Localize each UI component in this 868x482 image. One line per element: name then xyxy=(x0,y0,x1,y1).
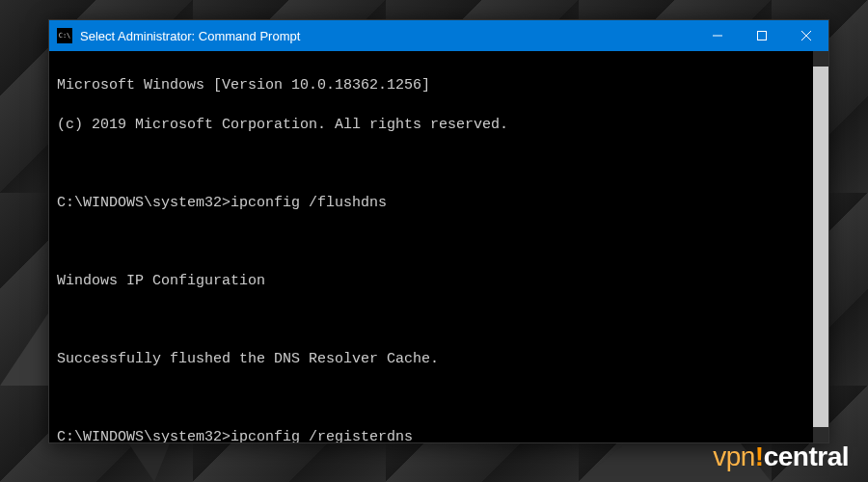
terminal-line: Successfully flushed the DNS Resolver Ca… xyxy=(57,350,805,369)
command-text: ipconfig /flushdns xyxy=(231,195,387,211)
watermark-logo: vpn!central xyxy=(713,442,849,472)
scrollbar[interactable] xyxy=(813,51,828,442)
svg-rect-1 xyxy=(758,32,767,40)
scrollbar-track[interactable] xyxy=(813,67,828,427)
prompt: C:\WINDOWS\system32> xyxy=(57,195,231,211)
maximize-icon xyxy=(757,31,767,40)
command-text: ipconfig /registerdns xyxy=(231,429,413,442)
terminal-line: Windows IP Configuration xyxy=(57,272,805,291)
cmd-icon xyxy=(57,28,72,43)
terminal-line: C:\WINDOWS\system32>ipconfig /registerdn… xyxy=(57,428,805,442)
titlebar[interactable]: Select Administrator: Command Prompt xyxy=(49,20,828,51)
prompt: C:\WINDOWS\system32> xyxy=(57,429,231,442)
terminal-line: (c) 2019 Microsoft Corporation. All righ… xyxy=(57,116,805,135)
terminal-blank xyxy=(57,232,805,252)
terminal-content[interactable]: Microsoft Windows [Version 10.0.18362.12… xyxy=(49,51,813,442)
window-controls xyxy=(695,20,828,51)
close-button[interactable] xyxy=(784,20,828,51)
terminal-body: Microsoft Windows [Version 10.0.18362.12… xyxy=(49,51,828,442)
terminal-blank xyxy=(57,388,805,408)
terminal-blank xyxy=(57,310,805,330)
watermark-part: ! xyxy=(755,442,764,472)
watermark-part: vpn xyxy=(713,442,755,472)
terminal-line: Microsoft Windows [Version 10.0.18362.12… xyxy=(57,76,805,95)
scrollbar-thumb[interactable] xyxy=(813,67,828,427)
minimize-icon xyxy=(713,31,722,40)
maximize-button[interactable] xyxy=(740,20,784,51)
terminal-blank xyxy=(57,154,805,174)
window-title: Select Administrator: Command Prompt xyxy=(80,29,695,43)
watermark-part: central xyxy=(764,442,849,472)
terminal-line: C:\WINDOWS\system32>ipconfig /flushdns xyxy=(57,194,805,213)
minimize-button[interactable] xyxy=(695,20,740,51)
close-icon xyxy=(801,31,811,40)
command-prompt-window: Select Administrator: Command Prompt Mic… xyxy=(48,19,829,443)
